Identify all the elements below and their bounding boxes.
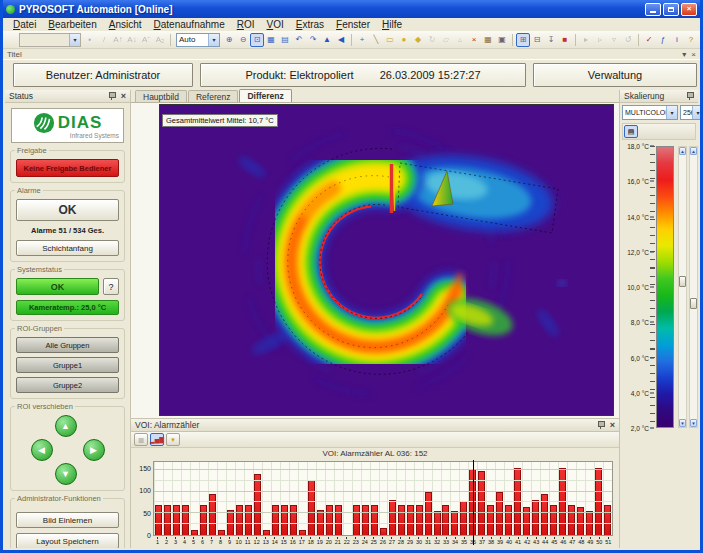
- rotate-left-icon[interactable]: ↶: [292, 33, 306, 47]
- roi-group-button-alle-gruppen[interactable]: Alle Gruppen: [16, 337, 119, 353]
- full-image-icon[interactable]: ▦: [264, 33, 278, 47]
- zoom-combo[interactable]: Auto▾: [176, 33, 220, 47]
- bar-chart-icon[interactable]: ▂▅▇: [150, 433, 164, 446]
- scale-max-scrollbar[interactable]: ▲ ▼: [678, 146, 687, 428]
- font-combo[interactable]: ▾: [19, 33, 81, 47]
- roi-move-right-button[interactable]: ▶: [83, 439, 105, 461]
- menu-roi[interactable]: ROI: [231, 19, 261, 30]
- scale-min-scrollbar[interactable]: ▲ ▼: [689, 146, 698, 428]
- tab-hauptbild[interactable]: Hauptbild: [135, 90, 187, 102]
- rotate-right-icon[interactable]: ↷: [306, 33, 320, 47]
- pause-icon[interactable]: ▹: [593, 33, 607, 47]
- panel-close-icon[interactable]: ×: [121, 92, 126, 101]
- stop-icon[interactable]: ▿: [607, 33, 621, 47]
- collapse-icon[interactable]: ▾: [682, 50, 686, 59]
- minimize-button[interactable]: [645, 3, 661, 16]
- pin-icon[interactable]: [108, 91, 116, 101]
- alarm-bar-16[interactable]: [290, 505, 297, 535]
- script-icon[interactable]: ƒ: [656, 33, 670, 47]
- alarm-bar-3[interactable]: [173, 505, 180, 535]
- alarm-bar-28[interactable]: [398, 505, 405, 535]
- alarm-bar-29[interactable]: [407, 505, 414, 535]
- alarm-bar-25[interactable]: [371, 505, 378, 535]
- alarm-bar-26[interactable]: [380, 528, 387, 535]
- alarm-bar-40[interactable]: [505, 505, 512, 535]
- scroll-up-icon[interactable]: ▲: [679, 147, 686, 155]
- alarm-bar-7[interactable]: [209, 494, 216, 535]
- menu-voi[interactable]: VOI: [261, 19, 290, 30]
- strip-close-icon[interactable]: ×: [691, 50, 696, 59]
- roi-move-down-button[interactable]: ▼: [55, 463, 77, 485]
- subscript-icon[interactable]: A₂: [153, 33, 167, 47]
- loop-icon[interactable]: ↺: [621, 33, 635, 47]
- system-ok-button[interactable]: OK: [16, 278, 99, 295]
- alarm-bar-33[interactable]: [442, 505, 449, 535]
- scroll-up-icon[interactable]: ▲: [690, 147, 697, 155]
- levels-select[interactable]: 256 ▾: [680, 105, 703, 120]
- freigabe-status-button[interactable]: Keine Freigabe Bediener: [16, 159, 119, 177]
- alarm-bar-11[interactable]: [245, 505, 252, 535]
- menu-datei[interactable]: Datei: [7, 19, 42, 30]
- superscript-icon[interactable]: Aˆ: [139, 33, 153, 47]
- pixel-grid-icon[interactable]: ▤: [278, 33, 292, 47]
- copy-roi-icon[interactable]: ▣: [495, 33, 509, 47]
- verwaltung-panel[interactable]: Verwaltung: [533, 63, 697, 87]
- font-smaller-icon[interactable]: A↓: [125, 33, 139, 47]
- admin-button-bild-einlernen[interactable]: Bild Einlernen: [16, 512, 119, 528]
- scale-settings-icon[interactable]: ▤: [624, 125, 638, 138]
- alarm-bar-1[interactable]: [155, 505, 162, 535]
- scrollbar-thumb[interactable]: [679, 276, 686, 287]
- alarm-bar-31[interactable]: [425, 492, 432, 535]
- info-icon[interactable]: i: [670, 33, 684, 47]
- alarm-bar-15[interactable]: [281, 505, 288, 535]
- menu-ansicht[interactable]: Ansicht: [103, 19, 148, 30]
- alarm-bar-27[interactable]: [389, 500, 396, 535]
- alarm-bar-24[interactable]: [362, 505, 369, 535]
- alarm-bar-38[interactable]: [487, 505, 494, 535]
- wizard-icon[interactable]: ✓: [642, 33, 656, 47]
- chart-cursor[interactable]: [473, 460, 474, 545]
- alarm-bar-30[interactable]: [416, 505, 423, 535]
- ellipse-tool-icon[interactable]: ●: [397, 33, 411, 47]
- alarm-bar-48[interactable]: [577, 507, 584, 535]
- filter-icon[interactable]: ▼: [166, 433, 180, 446]
- alarm-bar-42[interactable]: [523, 507, 530, 535]
- line-tool-icon[interactable]: ╲: [369, 33, 383, 47]
- alarm-bar-45[interactable]: [550, 505, 557, 535]
- voi-close-icon[interactable]: ×: [610, 421, 615, 430]
- zoom-out-icon[interactable]: ⊖: [236, 33, 250, 47]
- menu-hilfe[interactable]: Hilfe: [376, 19, 408, 30]
- menu-fenster[interactable]: Fenster: [330, 19, 376, 30]
- roi-move-up-button[interactable]: ▲: [55, 415, 77, 437]
- report-view-icon[interactable]: ▥: [134, 433, 148, 446]
- resize-roi-icon[interactable]: ▱: [439, 33, 453, 47]
- palette-select[interactable]: MULTICOLOR ▾: [622, 105, 678, 120]
- product-panel[interactable]: Produkt: Elektropoliert 26.03.2009 15:27…: [200, 63, 526, 87]
- play-icon[interactable]: ▸: [579, 33, 593, 47]
- user-panel[interactable]: Benutzer: Administrator: [13, 63, 193, 87]
- zoom-in-icon[interactable]: ⊕: [222, 33, 236, 47]
- restore-button[interactable]: [663, 3, 679, 16]
- line-style-icon[interactable]: /: [97, 33, 111, 47]
- roi-group-button-gruppe2[interactable]: Gruppe2: [16, 377, 119, 393]
- alarm-bar-5[interactable]: [191, 530, 198, 535]
- admin-button-layout-speichern[interactable]: Layout Speichern: [16, 533, 119, 548]
- diff-image-icon[interactable]: ⊟: [530, 33, 544, 47]
- scroll-down-icon[interactable]: ▼: [679, 419, 686, 427]
- color-icon[interactable]: ▪: [83, 33, 97, 47]
- alarm-bar-13[interactable]: [263, 530, 270, 535]
- alarm-bar-4[interactable]: [182, 505, 189, 535]
- rect-tool-icon[interactable]: ▭: [383, 33, 397, 47]
- flip-horizontal-icon[interactable]: ◀: [334, 33, 348, 47]
- alarm-bar-12[interactable]: [254, 474, 261, 535]
- alarm-bar-10[interactable]: [236, 505, 243, 535]
- close-button[interactable]: ×: [681, 3, 697, 16]
- system-help-button[interactable]: ?: [103, 278, 119, 295]
- alarm-bar-21[interactable]: [335, 505, 342, 535]
- fit-window-icon[interactable]: ⊡: [250, 33, 264, 47]
- alarm-bar-23[interactable]: [353, 505, 360, 535]
- tab-differenz[interactable]: Differenz: [239, 89, 291, 102]
- thermal-image[interactable]: Gesamtmittelwert Mittel: 10,7 °C: [159, 104, 614, 416]
- chart-plot-area[interactable]: [153, 461, 613, 536]
- alarm-bar-8[interactable]: [218, 530, 225, 535]
